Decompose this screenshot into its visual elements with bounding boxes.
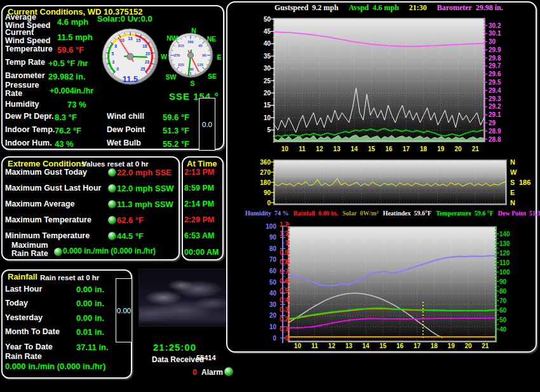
row-value: 37.11 in. (76, 342, 109, 352)
wind-speed-dial: 03581013151820232511.5 (98, 25, 163, 92)
axis-tick-label: 29.1 (489, 111, 501, 118)
axis-tick-label: 360 (187, 40, 194, 44)
axis-tick-label: 70 (269, 256, 277, 263)
row-value: 73 % (67, 100, 86, 109)
axis-tick-label: 5 (267, 126, 271, 133)
wind-baro-chart[interactable]: 1011121314151617181920215101520253035404… (226, 14, 523, 156)
axis-tick-label: 15 (368, 145, 375, 152)
axis-tick-label: 19 (448, 342, 456, 349)
axis-tick-label: 15 (264, 102, 271, 109)
panel-subtitle: Values reset at 0 hr (82, 160, 149, 168)
axis-tick-label: 30.2 (489, 22, 501, 29)
axis-tick-label: 0.5 (280, 287, 288, 294)
axis-tick-label: 12 (316, 145, 323, 152)
axis-tick-label: S (190, 79, 194, 87)
axis-tick-label: 29.2 (489, 103, 501, 110)
row-label: Dew Pt Depr. (5, 112, 53, 121)
axis-tick-label: 70 (499, 297, 507, 304)
time-value: 6:53 AM (184, 231, 214, 240)
axis-tick-label: 35 (264, 53, 271, 60)
axis-tick-label: 30 (269, 301, 277, 308)
axis-tick-label: 21 (472, 145, 480, 152)
time-value: 2:29 PM (184, 215, 214, 224)
axis-tick-label: E (510, 189, 515, 196)
climate-chart[interactable]: 1011121314151617181920210102030405060708… (226, 221, 539, 353)
axis-tick-label: 10 (269, 323, 277, 330)
status-led-icon (108, 184, 116, 193)
axis-tick-label: 80 (269, 245, 277, 252)
row-value: 44.5 °F (117, 231, 144, 241)
row-label: Barometer (5, 72, 45, 80)
row-value: 8.3 °F (55, 112, 77, 122)
axis-tick-label: 29.7 (489, 62, 501, 69)
data-received-value: 55414 (196, 354, 216, 362)
row-label: Temp Rate (5, 58, 45, 67)
row-label: Pressure Rate (5, 81, 39, 97)
row-label: Yesterday (5, 314, 43, 322)
axis-tick-label: 21 (482, 342, 489, 349)
axis-tick-label: 45 (264, 28, 271, 35)
row-value: 76.2 °F (55, 126, 81, 135)
axis-tick-label: N (510, 158, 515, 166)
alarm-led[interactable] (224, 367, 233, 376)
axis-tick-label: 0.7 (280, 268, 288, 275)
axis-tick-label: 50 (269, 279, 277, 286)
row-value: 59.6 °F (57, 45, 84, 55)
axis-tick-label: 14 (362, 342, 370, 349)
legend-item: Barometer 29.98 in. (437, 3, 503, 13)
row-label: Wet Bulb (107, 139, 141, 147)
extreme-conditions-panel: Extreme Conditions Values reset at 0 hr … (1, 156, 180, 260)
time-value: 2:13 PM (184, 168, 214, 177)
axis-tick-label: 29.5 (489, 79, 501, 86)
rain-bar-gauge: 0.00 (116, 278, 132, 342)
axis-tick-label: 23 (145, 60, 150, 64)
legend-item: Gustspeed 9.2 mph (274, 3, 339, 13)
axis-tick-label: 29.6 (489, 71, 501, 78)
axis-tick-label: 25 (140, 67, 145, 71)
axis-tick-label: W (161, 53, 167, 60)
uv-bar-gauge: 0.0 (199, 98, 215, 151)
axis-tick-label: 16 (385, 145, 393, 152)
axis-tick-label: 0.1 (280, 325, 288, 332)
axis-tick-label: 18 (431, 342, 438, 349)
row-label: Maximum Gust Today (5, 168, 87, 177)
axis-tick-label: 1 (285, 240, 288, 247)
row-label: Today (5, 299, 28, 308)
axis-tick-label: 40 (264, 40, 271, 47)
axis-tick-label: 0.4 (280, 297, 288, 304)
time-value: 00:00 AM (184, 248, 219, 257)
axis-tick-label: SW (166, 73, 177, 81)
axis-tick-label: NE (207, 35, 217, 43)
axis-tick-label: 20 (145, 51, 151, 56)
webcam-image (138, 269, 227, 327)
axis-tick-label: 60 (499, 307, 507, 314)
axis-tick-label: 0.2 (280, 316, 288, 323)
axis-tick-label: 29.3 (489, 95, 501, 102)
panel-subtitle: Rain reset at 0 hr (40, 274, 99, 281)
row-value: 11.3 mph SSW (117, 199, 173, 209)
solar-uv-readout: Solar:0 Uv:0.0 (97, 14, 152, 24)
uv-bar-value: 0.0 (202, 121, 212, 128)
legend-item: Temperature 59.6 °F (436, 210, 494, 217)
axis-tick-label: N (191, 27, 196, 34)
row-value: 0.01 in. (76, 327, 104, 337)
axis-tick-label: 29.8 (489, 55, 501, 62)
axis-tick-label: 15 (379, 342, 387, 349)
axis-tick-label: 30 (264, 65, 271, 72)
clock-readout: 21:25:00 (153, 342, 196, 353)
legend-item: Rainfall 0.00 in. (294, 210, 338, 217)
row-label: Rain Rate (5, 353, 42, 361)
wind-dir-chart[interactable]: 090180270360NWSEN186 (226, 156, 537, 211)
axis-tick-label: 13 (128, 36, 133, 41)
row-label: Month To Date (5, 328, 60, 336)
alarm-count: 0 (192, 368, 197, 377)
axis-tick-label: 80 (499, 288, 507, 295)
row-label: Wind chill (107, 112, 144, 121)
axis-tick-label: 25 (264, 78, 271, 84)
row-value: 0.00 in. (76, 285, 104, 294)
row-label: Year To Date (5, 343, 53, 351)
legend-item: Heatindex 59.6°F (383, 210, 432, 217)
axis-tick-label: 110 (499, 259, 510, 266)
axis-tick-label: 0.9 (280, 249, 288, 256)
axis-tick-label: 1.1 (280, 230, 288, 237)
